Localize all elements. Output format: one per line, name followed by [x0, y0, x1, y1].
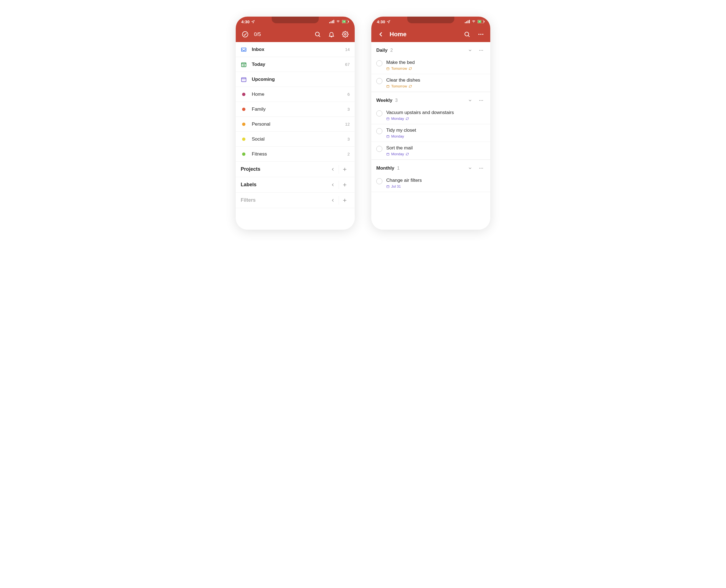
section-labels[interactable]: Labels	[236, 177, 355, 193]
section-filters[interactable]: Filters	[236, 193, 355, 208]
project-count: 3	[347, 137, 350, 141]
section-label: Projects	[241, 166, 327, 172]
settings-button[interactable]	[340, 29, 350, 39]
section-header-monthly[interactable]: Monthly 1	[371, 160, 490, 174]
view-count: 67	[345, 62, 350, 67]
svg-rect-19	[469, 20, 470, 23]
view-today[interactable]: 23 Today 67	[236, 57, 355, 72]
view-upcoming[interactable]: Upcoming	[236, 72, 355, 87]
signal-icon	[465, 20, 470, 23]
task-due-label: Tomorrow	[391, 84, 407, 88]
wifi-icon	[336, 20, 340, 23]
section-header-daily[interactable]: Daily 2	[371, 42, 490, 57]
chevron-down-icon	[468, 48, 472, 52]
battery-charging-icon	[342, 20, 349, 23]
project-content: Daily 2 Make the bed Tomorrow Clear the …	[371, 42, 490, 230]
add-button[interactable]	[339, 194, 350, 206]
back-button[interactable]	[376, 29, 386, 39]
task-title: Make the bed	[386, 60, 485, 65]
location-arrow-icon	[387, 20, 390, 23]
calendar-mini-icon	[386, 117, 389, 120]
collapse-section-button[interactable]	[466, 98, 474, 103]
section-more-button[interactable]	[477, 98, 485, 103]
task-checkbox[interactable]	[376, 110, 382, 117]
task-row[interactable]: Make the bed Tomorrow	[371, 57, 490, 74]
collapse-section-button[interactable]	[466, 48, 474, 52]
svg-point-27	[479, 50, 480, 51]
collapse-section-button[interactable]	[466, 166, 474, 170]
task-checkbox[interactable]	[376, 128, 382, 134]
section-title: Daily	[376, 48, 388, 53]
section-title: Monthly	[376, 166, 394, 171]
chevron-left-icon	[330, 182, 335, 187]
add-button[interactable]	[339, 164, 350, 175]
plus-icon	[342, 167, 347, 172]
project-family[interactable]: Family 3	[236, 102, 355, 117]
svg-point-40	[482, 168, 483, 169]
phone-project-view: 4:30 Home Daily 2	[371, 17, 490, 230]
bell-icon	[328, 31, 335, 38]
task-row[interactable]: Vacuum upstairs and downstairs Monday	[371, 107, 490, 124]
task-checkbox[interactable]	[376, 78, 382, 84]
project-count: 3	[347, 107, 350, 111]
task-checkbox[interactable]	[376, 178, 382, 184]
search-button[interactable]	[313, 29, 323, 39]
recurring-icon	[406, 152, 409, 156]
svg-text:23: 23	[242, 64, 245, 67]
svg-rect-3	[334, 20, 334, 23]
calendar-upcoming-icon	[241, 76, 247, 82]
project-social[interactable]: Social 3	[236, 132, 355, 147]
task-due: Monday	[386, 134, 485, 138]
svg-rect-0	[329, 22, 330, 23]
sections-list: Projects Labels Filters	[236, 162, 355, 208]
more-button[interactable]	[476, 29, 486, 39]
task-checkbox[interactable]	[376, 146, 382, 152]
status-bar: 4:30	[371, 17, 490, 26]
collapse-button[interactable]	[327, 164, 339, 175]
section-label: Labels	[241, 182, 327, 188]
search-icon	[464, 31, 470, 38]
task-due-label: Tomorrow	[391, 66, 407, 70]
status-bar: 4:30	[236, 17, 355, 26]
section-projects[interactable]: Projects	[236, 162, 355, 177]
svg-point-26	[482, 34, 483, 35]
project-label: Family	[252, 107, 343, 112]
section-header-weekly[interactable]: Weekly 3	[371, 92, 490, 107]
chevron-down-icon	[468, 98, 472, 103]
project-fitness[interactable]: Fitness 2	[236, 147, 355, 162]
calendar-mini-icon	[386, 67, 389, 70]
task-due: Tomorrow	[386, 66, 485, 70]
svg-point-25	[480, 34, 482, 35]
task-row[interactable]: Change air filters Jul 31	[371, 174, 490, 192]
svg-rect-35	[387, 118, 389, 120]
search-button[interactable]	[462, 29, 472, 39]
collapse-button[interactable]	[327, 194, 339, 206]
task-due: Jul 31	[386, 184, 485, 188]
section-more-button[interactable]	[477, 48, 485, 53]
project-label: Home	[252, 91, 343, 97]
svg-point-23	[465, 32, 469, 36]
project-home[interactable]: Home 6	[236, 87, 355, 102]
task-row[interactable]: Tidy my closet Monday	[371, 124, 490, 142]
add-button[interactable]	[339, 179, 350, 191]
task-row[interactable]: Clear the dishes Tomorrow	[371, 74, 490, 92]
gear-icon	[342, 31, 349, 38]
task-title: Sort the mail	[386, 145, 485, 151]
collapse-button[interactable]	[327, 179, 339, 191]
productivity-button[interactable]	[240, 29, 250, 39]
svg-point-9	[344, 34, 346, 35]
wifi-icon	[471, 20, 476, 23]
location-arrow-icon	[251, 20, 255, 23]
project-personal[interactable]: Personal 12	[236, 117, 355, 132]
task-row[interactable]: Sort the mail Monday	[371, 142, 490, 160]
sidebar-content: Inbox 14 23 Today 67 Upcoming Home 6 Fam…	[236, 42, 355, 230]
task-checkbox[interactable]	[376, 60, 382, 66]
task-due: Tomorrow	[386, 84, 485, 88]
recurring-icon	[406, 117, 409, 120]
svg-point-28	[481, 50, 482, 51]
section-more-button[interactable]	[477, 166, 485, 171]
notifications-button[interactable]	[326, 29, 337, 39]
calendar-today-icon: 23	[241, 61, 247, 67]
view-inbox[interactable]: Inbox 14	[236, 42, 355, 57]
more-horizontal-icon	[479, 98, 484, 103]
